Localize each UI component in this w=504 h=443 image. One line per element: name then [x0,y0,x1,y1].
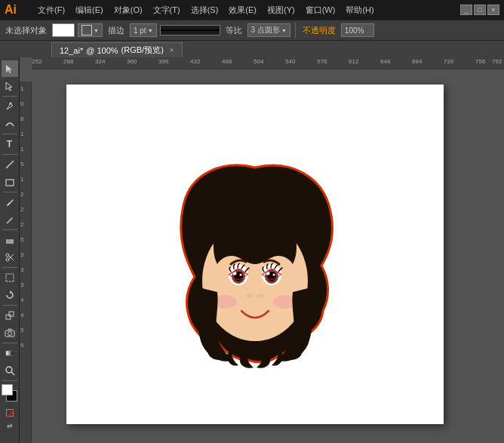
main-layout: T [0,57,504,443]
options-bar: 未选择对象 描边 1 pt 等比 3 点圆形 不透明度 100% [0,20,504,41]
minimize-button[interactable]: _ [460,5,472,15]
camera-tool[interactable] [2,325,18,341]
svg-line-17 [7,410,14,417]
menu-bar: 文件(F) 编辑(E) 对象(O) 文字(T) 选择(S) 效果(E) 视图(Y… [33,3,379,17]
ruler-h-14: 756 [475,58,485,65]
ruler-h-7: 504 [254,58,263,65]
fg-color-swatch[interactable] [2,384,13,395]
eraser-tool[interactable] [2,232,18,248]
tab-colormode: (RGB/预览) [121,45,164,56]
svg-point-15 [6,367,12,373]
stroke-dropdown[interactable] [78,23,103,37]
svg-rect-3 [6,239,14,244]
ruler-h-2: 324 [95,58,105,65]
gradient-tool[interactable] [2,345,18,361]
stroke-weight-dropdown[interactable]: 1 pt [130,23,157,37]
canvas-area: 252 288 324 360 396 432 468 504 540 576 … [20,57,504,443]
toolbar: T [0,57,20,443]
menu-file[interactable]: 文件(F) [33,3,69,17]
corner-dropdown[interactable]: 3 点圆形 [247,23,290,37]
vertical-ruler: 1 0 8 1 1 5 1 2 2 2 5 3 3 3 4 4 5 5 [20,82,32,443]
ruler-h-5: 432 [190,58,200,65]
ruler-h-10: 612 [349,58,358,65]
ruler-v-1: 0 [20,100,23,107]
opacity-value[interactable]: 100% [341,23,374,37]
selection-tool[interactable] [2,60,18,77]
tool-separator-8 [2,343,17,343]
swap-colors-icon[interactable]: ⇄ [2,417,18,434]
ruler-h-3: 360 [127,58,137,65]
line-tool[interactable] [2,156,18,173]
rect-tool[interactable] [2,174,18,190]
stroke-label: 描边 [106,25,127,36]
svg-rect-14 [6,351,14,355]
menu-view[interactable]: 视图(Y) [263,3,300,17]
rotate-tool[interactable] [2,287,18,303]
ruler-v-5: 5 [20,161,23,168]
ruler-v-8: 2 [20,206,23,213]
ruler-v-4: 1 [20,146,23,152]
scissor-tool[interactable] [2,249,18,266]
svg-rect-2 [6,180,14,186]
ruler-h-8: 540 [285,58,295,65]
extra-tools [6,409,14,417]
document-tab[interactable]: 12_ai* @ 100% (RGB/预览) × [51,42,183,57]
none-fill[interactable] [6,409,14,417]
maximize-button[interactable]: □ [474,5,486,15]
svg-rect-11 [9,312,14,316]
svg-point-30 [257,294,264,298]
menu-effect[interactable]: 效果(E) [224,3,261,17]
tab-close-button[interactable]: × [170,46,174,54]
app-logo: Ai [5,3,30,17]
ruler-v-7: 2 [20,191,23,198]
menu-object[interactable]: 对象(O) [109,3,147,17]
close-button[interactable]: × [487,5,499,15]
pencil-tool[interactable] [2,211,18,228]
tool-separator-6 [2,267,17,268]
svg-point-29 [246,294,254,298]
paintbrush-tool[interactable] [2,194,18,211]
curvature-tool[interactable] [2,115,18,132]
tool-separator-3 [2,154,17,155]
stroke-preview [160,25,220,35]
ruler-h-13: 720 [444,58,453,65]
direct-selection-tool[interactable] [2,78,18,94]
pen-tool[interactable] [2,98,18,115]
opacity-label: 不透明度 [300,25,338,36]
ruler-v-14: 4 [20,297,23,303]
ruler-v-12: 3 [20,266,23,273]
ruler-v-2: 8 [20,115,23,122]
svg-point-5 [6,258,9,261]
menu-help[interactable]: 帮助(H) [341,3,378,17]
artboard [66,85,444,424]
tool-separator-2 [2,134,17,134]
scale-tool[interactable] [2,307,18,324]
tool-separator-1 [2,96,17,97]
ruler-h-0: 252 [32,58,41,65]
type-tool[interactable]: T [2,136,18,152]
menu-window[interactable]: 窗口(W) [301,3,340,17]
menu-select[interactable]: 选择(S) [186,3,223,17]
artboard-tool[interactable] [2,269,18,286]
ruler-h-9: 576 [317,58,327,65]
svg-point-23 [240,274,242,276]
ruler-v-17: 5 [20,342,23,349]
menu-edit[interactable]: 编辑(E) [71,3,108,17]
ruler-v-11: 3 [20,251,23,258]
ruler-h-4: 396 [158,58,168,65]
title-bar: Ai 文件(F) 编辑(E) 对象(O) 文字(T) 选择(S) 效果(E) 视… [0,0,504,20]
ruler-v-10: 5 [20,236,23,243]
character-illustration [149,137,361,371]
canvas-scroll-area[interactable] [44,69,504,443]
svg-rect-9 [6,274,14,281]
tool-separator-5 [2,229,17,230]
ruler-v-15: 4 [20,312,23,318]
ruler-h-6: 468 [222,58,232,65]
svg-line-16 [11,372,14,375]
menu-text[interactable]: 文字(T) [149,3,185,17]
scroll-area: 1 0 8 1 1 5 1 2 2 2 5 3 3 3 4 4 5 5 [20,69,504,443]
fill-swatch[interactable] [52,23,75,37]
window-controls: _ □ × [460,5,499,15]
tab-name: 12_ai* [60,46,83,55]
zoom-tool[interactable] [2,362,18,379]
